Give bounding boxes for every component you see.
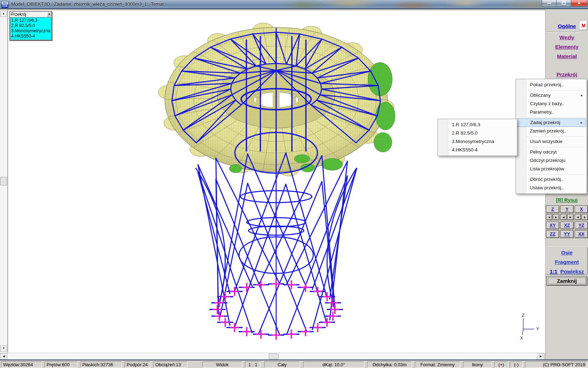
m-button[interactable]: M bbox=[580, 21, 587, 30]
close-icon: × bbox=[571, 0, 587, 6]
menu-item-ustaw-przekrój[interactable]: Ustaw przekrój.. bbox=[517, 184, 586, 192]
scroll-down-button[interactable]: ▼ bbox=[0, 345, 7, 352]
close-button[interactable]: × bbox=[571, 0, 587, 7]
rotate-left-button-0[interactable]: ◀ bbox=[546, 214, 552, 220]
przekroj-list-item-3-monosymetryczna[interactable]: 3.Monosymetryczna bbox=[10, 28, 51, 34]
przekroj-context-menu: Pokaż przekrój..Obliczany►Czytany z bazy… bbox=[516, 79, 587, 194]
rotate-left-button-2[interactable]: ◀ bbox=[575, 214, 581, 220]
status-cell-1-1[interactable]: 1 : 1 bbox=[245, 361, 261, 368]
model-viewport[interactable]: ZYX Przekrój x 1.R 127,0/6,32.R 82,5/5,0… bbox=[8, 10, 545, 353]
przekroj-panel-titlebar[interactable]: Przekrój x bbox=[10, 12, 52, 17]
rotate-left-button-1[interactable]: ◀ bbox=[560, 214, 567, 220]
maximize-button[interactable] bbox=[556, 0, 571, 7]
przekroj-panel: Przekrój x 1.R 127,0/6,32.R 82,5/5,03.Mo… bbox=[9, 11, 52, 41]
menu-item-4-hks550-4[interactable]: 4.HKS550-4 bbox=[439, 146, 516, 154]
status-cell-węzłów-30264: Węzłów:30264 bbox=[1, 361, 42, 368]
app-icon: ABC DANE bbox=[1, 1, 8, 8]
vertical-scroll-thumb[interactable] bbox=[0, 177, 7, 185]
status-cell-[interactable]: (+) bbox=[494, 361, 508, 368]
menu-item-pełny-odczyt[interactable]: Pełny odczyt bbox=[517, 148, 586, 156]
status-cell-płaskich-32736: Płaskich:32736 bbox=[80, 361, 122, 368]
window-title: Model: OBIEKT3D; Zadanie: zbiornik_wieża… bbox=[11, 1, 165, 7]
menu-item-czytany-z-bazy[interactable]: Czytany z bazy.. bbox=[517, 100, 586, 108]
submenu-arrow-icon: ► bbox=[580, 91, 583, 100]
view-button-z[interactable]: Z bbox=[546, 205, 559, 213]
status-cell-format-zmienny[interactable]: Format: Zmienny bbox=[415, 361, 460, 368]
zoom-row: 1:1 Powiększ bbox=[546, 268, 588, 274]
status-cell-podpór-24: Podpór:24 bbox=[125, 361, 150, 368]
status-cell-cały[interactable]: Cały bbox=[264, 361, 300, 368]
menu-item-parametry[interactable]: Parametry.. bbox=[517, 108, 586, 116]
przekroj-list-item-4-hks550-4[interactable]: 4.HKS550-4 bbox=[10, 34, 51, 39]
scroll-left-button[interactable]: ◀ bbox=[0, 353, 7, 359]
menu-item-usuń-wszystkie[interactable]: Usuń wszystkie bbox=[517, 137, 586, 146]
rotate-right-button-1[interactable]: ▶ bbox=[567, 214, 574, 220]
rotate-right-button-2[interactable]: ▶ bbox=[582, 214, 588, 220]
model-scene[interactable]: ZYX bbox=[8, 10, 546, 353]
rotate-right-button-0[interactable]: ▶ bbox=[553, 214, 559, 220]
vertical-scrollbar[interactable]: ▲ ▼ bbox=[0, 10, 8, 353]
scroll-up-button[interactable]: ▲ bbox=[0, 11, 7, 17]
axis-label-y: Y bbox=[536, 326, 539, 332]
menu-separator bbox=[527, 117, 585, 118]
scroll-right-button[interactable]: ▶ bbox=[537, 353, 544, 359]
przekroj-panel-close-button[interactable]: x bbox=[47, 12, 51, 16]
view-button-xx[interactable]: XX bbox=[575, 230, 588, 238]
view-button-yz[interactable]: YZ bbox=[575, 222, 588, 229]
status-cell-prętów-600: Prętów:600 bbox=[44, 361, 77, 368]
view-button-y[interactable]: Y bbox=[560, 205, 574, 213]
zamknij-button[interactable]: Zamknij bbox=[546, 276, 587, 286]
status-cell-obciążeń-13: Obciążeń:13 bbox=[153, 361, 188, 368]
sidebar-link-rysuj[interactable]: [R] Rysuj bbox=[546, 197, 588, 203]
menu-item-1-r-127-0-6-3[interactable]: 1.R 127,0/6,3 bbox=[439, 121, 516, 129]
przekroj-list-item-1-r-127-0-6-3[interactable]: 1.R 127,0/6,3 bbox=[10, 18, 51, 23]
menu-item-odczyt-przekroju[interactable]: Odczyt przekroju bbox=[517, 156, 586, 165]
app-icon-text-top: ABC bbox=[2, 1, 8, 5]
przekroj-panel-list: 1.R 127,0/6,32.R 82,5/5,03.Monosymetrycz… bbox=[10, 17, 51, 40]
sidebar-separator bbox=[546, 32, 579, 32]
menu-separator bbox=[527, 136, 585, 137]
sidebar-link-wezly[interactable]: Węzły bbox=[546, 34, 588, 40]
menu-separator bbox=[527, 90, 585, 90]
horizontal-scrollbar[interactable]: ◀ ▶ bbox=[0, 353, 545, 360]
sidebar-link-1to1[interactable]: 1:1 bbox=[550, 268, 558, 274]
window-controls: × bbox=[542, 0, 587, 7]
menu-item-lista-przekrojów[interactable]: Lista przekrojów bbox=[517, 165, 586, 173]
view-button-xz[interactable]: XZ bbox=[560, 222, 574, 229]
window-titlebar[interactable]: ABC DANE Model: OBIEKT3D; Zadanie: zbior… bbox=[0, 0, 588, 9]
menu-item-zadaj-przekrój[interactable]: Zadaj przekrój► bbox=[517, 118, 586, 127]
view-button-grid: ZYX◀▶◀▶◀▶XYXZYZZZYYXX bbox=[546, 205, 588, 240]
view-button-x[interactable]: X bbox=[575, 205, 588, 213]
tank-torus-mesh bbox=[158, 23, 395, 176]
menu-item-2-r-82-5-5-0[interactable]: 2.R 82,5/5,0 bbox=[439, 129, 516, 137]
status-cell-ikony[interactable]: Ikony bbox=[463, 361, 492, 368]
sidebar-link-fragment[interactable]: Fragment bbox=[546, 259, 588, 265]
sidebar-link-przekroj[interactable]: Przekrój bbox=[546, 71, 588, 77]
przekroj-list-item-2-r-82-5-5-0[interactable]: 2.R 82,5/5,0 bbox=[10, 23, 51, 28]
horizontal-scroll-thumb[interactable] bbox=[269, 353, 279, 359]
app-icon-text-bottom: DANE bbox=[2, 5, 8, 8]
menu-item-obróć-przekrój[interactable]: Obróć przekrój.. bbox=[517, 175, 586, 184]
zadaj-przekroj-submenu: 1.R 127,0/6,32.R 82,5/5,03.Monosymetrycz… bbox=[438, 119, 517, 156]
status-cell-dkąt-10-0[interactable]: dKąt: 10,0° bbox=[303, 361, 364, 368]
sidebar-link-material[interactable]: Materiał bbox=[546, 53, 588, 59]
status-cell-c-pro-soft-2019: (C) PRO-SOFT 2019 bbox=[525, 361, 587, 368]
minimize-button[interactable] bbox=[542, 0, 556, 7]
przekroj-panel-title: Przekrój bbox=[11, 12, 26, 17]
sidebar-link-osie[interactable]: Osie bbox=[546, 250, 588, 255]
status-cell-odchyłka-0-03m[interactable]: Odchyłka: 0,03m bbox=[367, 361, 412, 368]
menu-item-obliczany[interactable]: Obliczany► bbox=[517, 91, 586, 100]
status-cell-widok[interactable]: Widok bbox=[202, 361, 242, 368]
axis-label-z: Z bbox=[522, 313, 525, 318]
sidebar-link-elementy[interactable]: Elementy bbox=[546, 44, 588, 50]
menu-item-zamień-przekrój[interactable]: Zamień przekrój.. bbox=[517, 127, 586, 135]
status-cell-[interactable]: (-) bbox=[510, 361, 523, 368]
sidebar-link-powieksz[interactable]: Powiększ bbox=[560, 268, 584, 274]
menu-item-3-monosymetryczna[interactable]: 3.Monosymetryczna bbox=[439, 137, 516, 146]
axes-triad: ZYX bbox=[520, 313, 539, 341]
menu-separator bbox=[527, 174, 585, 175]
view-button-xy[interactable]: XY bbox=[546, 222, 559, 229]
view-button-yy[interactable]: YY bbox=[560, 230, 574, 238]
menu-item-pokaż-przekrój[interactable]: Pokaż przekrój.. bbox=[517, 81, 586, 89]
view-button-zz[interactable]: ZZ bbox=[546, 230, 559, 238]
